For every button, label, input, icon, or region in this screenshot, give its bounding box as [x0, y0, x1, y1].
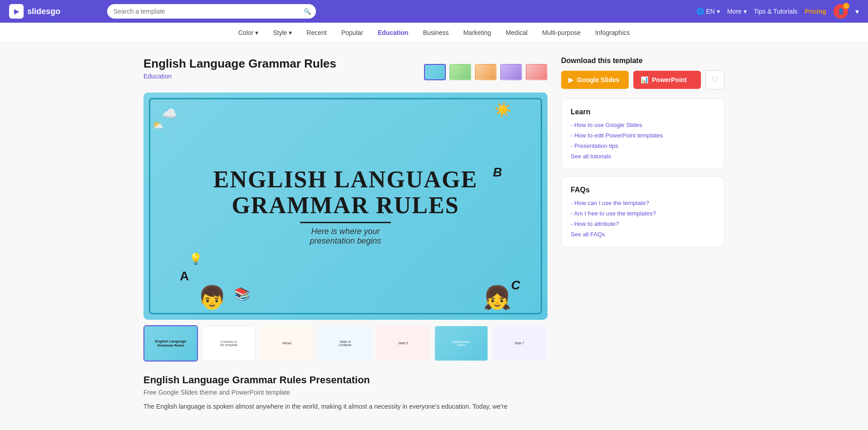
cat-popular[interactable]: Popular — [341, 29, 363, 36]
lang-chevron: ▾ — [717, 8, 720, 15]
tips-tutorials-link[interactable]: Tips & Tutorials — [754, 8, 798, 15]
faq-link-3[interactable]: How to attribute? — [571, 220, 715, 227]
download-box: Download this template ▶ Google Slides 📊… — [561, 57, 725, 89]
download-title: Download this template — [561, 57, 725, 65]
cat-marketing-label: Marketing — [463, 29, 491, 36]
thumb-6-content: CapitalizationRules — [435, 326, 488, 361]
cat-education[interactable]: Education — [378, 29, 409, 36]
learn-title: Learn — [571, 108, 715, 116]
slide-underline — [300, 222, 391, 223]
pricing-label: Pricing — [805, 8, 826, 15]
favorite-button[interactable]: ♡ — [705, 70, 725, 89]
search-bar: 🔍 — [107, 4, 316, 19]
gslides-icon: ▶ — [568, 76, 573, 83]
variant-2[interactable] — [449, 64, 471, 80]
cat-color[interactable]: Color ▾ — [238, 29, 258, 36]
cat-multipurpose-label: Multi-purpose — [542, 29, 581, 36]
notification-badge: 1 — [843, 3, 849, 9]
globe-icon: 🌐 — [696, 8, 704, 15]
learn-link-2[interactable]: How to edit PowerPoint templates — [571, 132, 715, 139]
cat-recent[interactable]: Recent — [306, 29, 326, 36]
color-variants — [424, 64, 547, 80]
thumb-6[interactable]: CapitalizationRules — [434, 325, 488, 362]
faq-link-2[interactable]: Am I free to use the templates? — [571, 210, 715, 217]
avatar-icon: 👤 — [838, 8, 844, 15]
variant-5[interactable] — [526, 64, 547, 80]
lightbulb-icon: 💡 — [189, 253, 202, 265]
boy-character: 👦 — [198, 284, 226, 311]
slide-subtitle: Here is where yourpresentation begins — [213, 227, 478, 246]
template-title: English Language Grammar Rules — [143, 57, 336, 71]
thumb-3[interactable]: Whoa! — [260, 325, 314, 362]
more-menu[interactable]: More ▾ — [727, 8, 747, 15]
cat-recent-label: Recent — [306, 29, 326, 36]
cat-style-arrow: ▾ — [289, 29, 292, 36]
slide-main-title: English LanguageGrammar Rules — [213, 166, 478, 218]
cat-infographics-label: Infographics — [595, 29, 630, 36]
cat-business-label: Business — [423, 29, 449, 36]
learn-link-3[interactable]: Presentation tips — [571, 142, 715, 149]
thumb-2[interactable]: Contents ofthe template — [202, 325, 256, 362]
see-all-faqs-link[interactable]: See all FAQs — [571, 231, 715, 238]
pricing-link[interactable]: Pricing — [805, 8, 826, 15]
thumb-4[interactable]: Table ofContents — [318, 325, 372, 362]
main-content: English Language Grammar Rules Education… — [130, 57, 738, 411]
more-chevron: ▾ — [744, 8, 747, 15]
letter-b-deco: B — [493, 165, 502, 180]
description-text: The English language is spoken almost an… — [143, 401, 547, 411]
thumb-7-content: Slide 7 — [493, 326, 546, 361]
cat-style[interactable]: Style ▾ — [273, 29, 292, 36]
language-selector[interactable]: 🌐 EN ▾ — [696, 8, 720, 15]
learn-link-1[interactable]: How to use Google Slides — [571, 122, 715, 128]
download-buttons: ▶ Google Slides 📊 PowerPoint ♡ — [561, 70, 725, 89]
cat-medical[interactable]: Medical — [506, 29, 528, 36]
thumb-7[interactable]: Slide 7 — [492, 325, 547, 362]
google-slides-button[interactable]: ▶ Google Slides — [561, 71, 629, 89]
cat-color-label: Color — [238, 29, 253, 36]
cloud-icon-2: ⛅ — [153, 120, 164, 131]
search-input[interactable] — [107, 4, 316, 19]
more-label: More — [727, 8, 742, 15]
variant-4[interactable] — [500, 64, 522, 80]
description-title: English Language Grammar Rules Presentat… — [143, 374, 547, 386]
thumb-4-content: Table ofContents — [319, 326, 371, 361]
lang-label: EN — [706, 8, 715, 15]
thumb-1[interactable]: English LanguageGrammar Rules — [143, 325, 198, 362]
learn-card: Learn How to use Google Slides How to ed… — [561, 98, 725, 169]
right-column: Download this template ▶ Google Slides 📊… — [561, 57, 725, 411]
user-avatar[interactable]: 👤 1 — [833, 4, 848, 19]
faq-link-1[interactable]: How can I use the template? — [571, 200, 715, 206]
cat-business[interactable]: Business — [423, 29, 449, 36]
cat-style-label: Style — [273, 29, 287, 36]
thumb-3-content: Whoa! — [261, 326, 313, 361]
category-nav: Color ▾ Style ▾ Recent Popular Education… — [0, 23, 868, 43]
nav-right: 🌐 EN ▾ More ▾ Tips & Tutorials Pricing 👤… — [696, 4, 859, 19]
variant-3[interactable] — [475, 64, 497, 80]
book-icon: 📚 — [234, 287, 250, 302]
letter-c-deco: C — [511, 278, 520, 293]
top-nav: ▶ slidesgo 🔍 🌐 EN ▾ More ▾ Tips & Tutori… — [0, 0, 868, 23]
slide-preview[interactable]: ☁️ ⛅ ☀️ 💡 A B C 📚 👦 👧 English LanguageGr… — [143, 93, 547, 320]
thumb-5[interactable]: Slide 5 — [376, 325, 430, 362]
powerpoint-button[interactable]: 📊 PowerPoint — [633, 71, 701, 89]
ppt-label: PowerPoint — [652, 76, 687, 83]
variant-1[interactable] — [424, 64, 446, 80]
logo[interactable]: ▶ slidesgo — [9, 4, 82, 19]
cat-popular-label: Popular — [341, 29, 363, 36]
faqs-title: FAQs — [571, 186, 715, 194]
template-category-link[interactable]: Education — [143, 73, 336, 80]
slide-inner: ☁️ ⛅ ☀️ 💡 A B C 📚 👦 👧 English LanguageGr… — [143, 93, 547, 320]
brand-name: slidesgo — [27, 7, 60, 16]
letter-a-deco: A — [180, 269, 189, 283]
search-button[interactable]: 🔍 — [304, 8, 311, 15]
thumb-1-content: English LanguageGrammar Rules — [144, 326, 197, 361]
gslides-label: Google Slides — [577, 76, 619, 83]
cat-medical-label: Medical — [506, 29, 528, 36]
cat-multipurpose[interactable]: Multi-purpose — [542, 29, 581, 36]
see-all-tutorials-link[interactable]: See all tutorials — [571, 153, 715, 160]
cat-infographics[interactable]: Infographics — [595, 29, 630, 36]
thumb-2-content: Contents ofthe template — [202, 326, 255, 361]
cat-marketing[interactable]: Marketing — [463, 29, 491, 36]
heart-icon: ♡ — [711, 75, 719, 85]
logo-icon: ▶ — [9, 4, 24, 19]
